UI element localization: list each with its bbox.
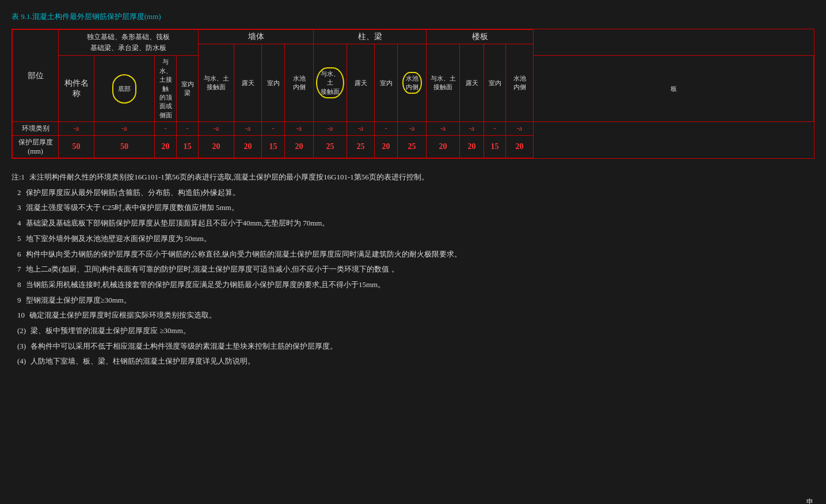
note-item-1: 2保护层厚度应从最外层钢筋(含箍筋、分布筋、构造筋)外缘起算。: [12, 186, 814, 200]
q2-header: 露天: [234, 44, 262, 122]
hd-v10: 20: [375, 136, 398, 158]
group1-line2: 基础梁、承台梁、防水板: [90, 44, 166, 52]
l2-header: 露天: [460, 44, 484, 122]
hj-v5: -a: [234, 122, 262, 136]
z1-oval: 与水、土接触面: [316, 67, 344, 98]
group1-line1: 独立基础、条形基础、筏板: [87, 33, 170, 41]
dingmian-header: 与水、土接触的顶面或侧面: [155, 56, 177, 122]
hd-v5: 20: [234, 136, 262, 158]
hd-v0: 50: [59, 136, 94, 158]
note-text-6: 地上二a类(如厨、卫间)构件表面有可靠的防护层时,混凝土保护层厚度可适当减小,但…: [26, 265, 399, 273]
note-item-12: (4)人防地下室墙、板、梁、柱钢筋的混凝土保护层厚度详见人防说明。: [12, 354, 814, 369]
hj-v9: -a: [347, 122, 375, 136]
note-num-1: 2: [17, 188, 21, 197]
hj-v8: -a: [314, 122, 347, 136]
protection-layer-table: 部位 独立基础、条形基础、筏板 基础梁、承台梁、防水板 墙体 柱、梁 楼板 与水…: [12, 29, 814, 158]
note-num-9: 10: [17, 311, 25, 319]
z1-header: 与水、土接触面: [314, 44, 347, 122]
group1-header: 独立基础、条形基础、筏板 基础梁、承台梁、防水板: [59, 30, 199, 56]
page-title: 表 9.1.混凝土构件最外层钢筋保护层厚度(mm): [12, 12, 814, 22]
q4-header: 水池内侧: [285, 44, 314, 122]
z4-header: 水池内侧: [398, 44, 427, 122]
note-text-3: 基础梁及基础底板下部钢筋保护层厚度从垫层顶面算起且不应小于40mm,无垫层时为 …: [26, 219, 330, 227]
note-num-5: 6: [17, 250, 21, 258]
note-num-11: (3): [17, 342, 26, 350]
dib-cell: 底部: [94, 56, 155, 122]
note-item-3: 4基础梁及基础底板下部钢筋保护层厚度从垫层顶面算起且不应小于40mm,无垫层时为…: [12, 216, 814, 231]
hd-v2: 20: [155, 136, 177, 158]
hj-v10: -: [375, 122, 398, 136]
note-text-11: 各构件中可以采用不低于相应混凝土构件强度等级的素混凝土垫块来控制主筋的保护层厚度…: [31, 342, 337, 350]
hj-v6: -: [262, 122, 285, 136]
group4-header: 楼板: [427, 30, 534, 44]
note-item-10: (2)梁、板中预埋管的混凝土保护层厚度应 ≥30mm。: [12, 324, 814, 338]
note-item-4: 5地下室外墙外侧及水池池壁迎水面保护层厚度为 50mm。: [12, 232, 814, 246]
note-num-12: (4): [17, 357, 26, 365]
hj-v15: -a: [506, 122, 534, 136]
hd-v8: 25: [314, 136, 347, 158]
note-text-1: 保护层厚度应从最外层钢筋(含箍筋、分布筋、构造筋)外缘起算。: [26, 188, 241, 197]
goujian-header: 构件名称: [59, 56, 94, 122]
note-text-7: 当钢筋采用机械连接时,机械连接套管的保护层厚度应满足受力钢筋最小保护层厚度的要求…: [26, 280, 386, 289]
hj-v1: -a: [94, 122, 155, 136]
note-item-11: (3)各构件中可以采用不低于相应混凝土构件强度等级的素混凝土垫块来控制主筋的保护…: [12, 339, 814, 354]
hj-v14: -: [484, 122, 506, 136]
z2-header: 露天: [347, 44, 375, 122]
q3-header: 室内: [262, 44, 285, 122]
l1-header: 与水、土接触面: [427, 44, 460, 122]
hj-v3: -: [177, 122, 199, 136]
hj-v2: -: [155, 122, 177, 136]
l4-header: 水池内侧: [506, 44, 534, 122]
z3-header: 室内: [375, 44, 398, 122]
shunei-ban-header: 板: [534, 56, 814, 122]
hd-v6: 15: [262, 136, 285, 158]
note-item-0: 注:1未注明构件耐久性的环境类别按16G101-1第56页的表进行选取,混凝土保…: [12, 170, 814, 185]
hd-v11: 25: [398, 136, 427, 158]
note-text-9: 确定混凝土保护层厚度时应根据实际环境类别按实选取。: [29, 311, 216, 319]
hj-v12: -a: [427, 122, 460, 136]
note-item-9: 10确定混凝土保护层厚度时应根据实际环境类别按实选取。: [12, 308, 814, 323]
note-num-3: 4: [17, 219, 21, 227]
note-text-8: 型钢混凝土保护层厚度≥30mm。: [26, 296, 131, 304]
note-num-8: 9: [17, 296, 21, 304]
main-table-container: 部位 独立基础、条形基础、筏板 基础梁、承台梁、防水板 墙体 柱、梁 楼板 与水…: [12, 29, 814, 159]
note-num-7: 8: [17, 280, 21, 289]
note-num-2: 3: [17, 203, 21, 212]
hd-v7: 20: [285, 136, 314, 158]
note-text-4: 地下室外墙外侧及水池池壁迎水面保护层厚度为 50mm。: [26, 234, 211, 243]
group2-header: 墙体: [199, 30, 314, 44]
note-text-5: 构件中纵向受力钢筋的保护层厚度不应小于钢筋的公称直径,纵向受力钢筋的混凝土保护层…: [26, 250, 462, 258]
note-item-2: 3混凝土强度等级不大于 C25时,表中保护层厚度数值应增加 5mm。: [12, 201, 814, 215]
hj-v4: -a: [199, 122, 234, 136]
note-num-10: (2): [17, 326, 26, 335]
hd-v13: 20: [460, 136, 484, 158]
group3-header: 柱、梁: [314, 30, 427, 44]
note-num-4: 5: [17, 234, 21, 243]
note-num-0: 注:1: [12, 173, 25, 181]
hd-v14: 15: [484, 136, 506, 158]
hj-v7: -a: [285, 122, 314, 136]
hd-v3: 15: [177, 136, 199, 158]
note-text-2: 混凝土强度等级不大于 C25时,表中保护层厚度数值应增加 5mm。: [26, 203, 239, 212]
buwei-header: 部位: [13, 30, 59, 122]
q1-header: 与水、土接触面: [199, 44, 234, 122]
hj-v13: -a: [460, 122, 484, 136]
shunei-liang-header: 室内梁: [177, 56, 199, 122]
note-item-8: 9型钢混凝土保护层厚度≥30mm。: [12, 293, 814, 308]
huanjing-label: 环境类别: [13, 122, 59, 136]
note-text-12: 人防地下室墙、板、梁、柱钢筋的混凝土保护层厚度详见人防说明。: [31, 357, 255, 365]
note-text-0: 未注明构件耐久性的环境类别按16G101-1第56页的表进行选取,混凝土保护层的…: [29, 173, 429, 181]
hd-v15: 20: [506, 136, 534, 158]
hj-v0: -a: [59, 122, 94, 136]
hd-v4: 20: [199, 136, 234, 158]
houdu-label: 保护层厚度(mm): [13, 136, 59, 158]
l3-header: 室内: [484, 44, 506, 122]
hj-v11: -a: [398, 122, 427, 136]
note-text-10: 梁、板中预埋管的混凝土保护层厚度应 ≥30mm。: [31, 326, 191, 335]
note-item-7: 8当钢筋采用机械连接时,机械连接套管的保护层厚度应满足受力钢筋最小保护层厚度的要…: [12, 278, 814, 292]
note-num-6: 7: [17, 265, 21, 273]
dib-oval: 底部: [112, 74, 136, 104]
hd-v1: 50: [94, 136, 155, 158]
hd-v9: 25: [347, 136, 375, 158]
note-item-6: 7地上二a类(如厨、卫间)构件表面有可靠的防护层时,混凝土保护层厚度可适当减小,…: [12, 262, 814, 277]
